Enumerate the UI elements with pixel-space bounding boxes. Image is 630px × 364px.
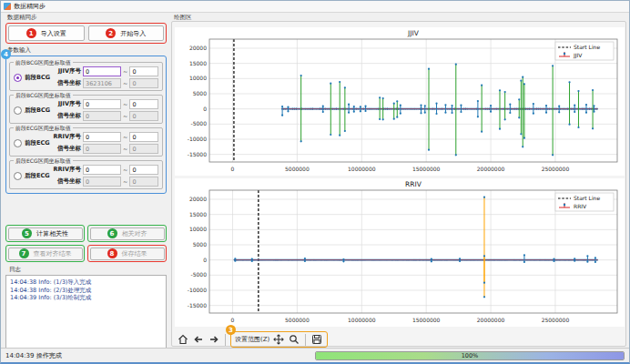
- calc-correlation-frame: 5 计算相关性: [5, 225, 85, 242]
- save-result-button[interactable]: 8 保存结果: [90, 248, 165, 260]
- front-ecg-rriv-to-input[interactable]: [129, 132, 158, 142]
- signal-coord-label: 信号坐标: [52, 79, 81, 87]
- svg-text:0: 0: [231, 166, 235, 172]
- rear-bcg-radio-label: 后段BCG: [25, 106, 50, 115]
- svg-text:10000: 10000: [189, 75, 207, 81]
- log-list[interactable]: 14:04:38 Info: (1/3)导入完成 14:04:38 Info: …: [5, 275, 167, 351]
- svg-text:20000000: 20000000: [477, 317, 505, 323]
- view-align-result-frame: 7 查看对齐结果: [5, 245, 85, 262]
- back-arrow-icon[interactable]: [192, 333, 205, 346]
- import-buttons-frame: 1 导入设置 2 开始导入: [5, 23, 167, 44]
- tilde: ~: [123, 80, 127, 87]
- log-section: 日志 14:04:38 Info: (1/3)导入完成 14:04:38 Inf…: [5, 266, 167, 351]
- plot-frame: 0500000010000000150000002000000025000000…: [171, 21, 626, 347]
- rear-bcg-radio[interactable]: [14, 106, 22, 115]
- step-badge-2: 2: [106, 28, 116, 38]
- front-bcg-coord-to-input: [129, 78, 158, 88]
- jjiv-index-label: JJIV序号: [52, 67, 81, 76]
- rear-bcg-group: 后段BCG区间坐标取值 后段BCG JJIV序号 ~: [9, 95, 163, 124]
- tilde: ~: [123, 101, 127, 108]
- svg-text:0: 0: [203, 257, 207, 263]
- front-ecg-coord-to-input: [129, 144, 158, 154]
- log-group-label: 日志: [5, 266, 167, 274]
- save-figure-icon[interactable]: [310, 333, 323, 346]
- import-settings-label: 导入设置: [41, 29, 66, 38]
- rear-bcg-jjiv-to-input[interactable]: [129, 99, 158, 109]
- step-badge-6: 6: [107, 228, 117, 238]
- svg-text:0: 0: [231, 317, 235, 323]
- sync-group-label: 数据精同步: [4, 14, 168, 22]
- svg-text:RRIV: RRIV: [574, 203, 587, 209]
- step-badge-3: 3: [226, 325, 236, 335]
- rear-ecg-rriv-to-input[interactable]: [129, 165, 158, 175]
- calc-correlation-button[interactable]: 5 计算相关性: [8, 228, 83, 240]
- pan-icon[interactable]: [272, 333, 285, 346]
- signal-coord-label: 信号坐标: [52, 145, 81, 153]
- log-entry: 14:04:38 Info: (1/3)导入完成: [10, 278, 162, 287]
- svg-text:15000000: 15000000: [412, 317, 441, 323]
- start-import-button[interactable]: 2 开始导入: [88, 25, 165, 41]
- tilde: ~: [123, 113, 127, 120]
- rriv-index-label: RRIV序号: [52, 133, 81, 141]
- svg-text:25000000: 25000000: [542, 317, 570, 323]
- forward-arrow-icon[interactable]: [208, 333, 220, 346]
- rear-bcg-coord-from-input: [83, 111, 121, 121]
- jjiv-chart-canvas[interactable]: 0500000010000000150000002000000025000000…: [175, 27, 625, 176]
- rear-bcg-jjiv-from-input[interactable]: [83, 99, 121, 109]
- svg-text:15000000: 15000000: [412, 166, 441, 172]
- front-ecg-radio-label: 前段ECG: [25, 139, 50, 147]
- tilde: ~: [123, 146, 127, 153]
- home-icon[interactable]: [177, 333, 189, 346]
- front-bcg-coord-from-input: [83, 78, 121, 88]
- correlation-align-frame: 6 相关对齐: [87, 225, 167, 242]
- toolbar-separator: [225, 334, 226, 346]
- jjiv-index-label: JJIV序号: [52, 100, 81, 108]
- set-range-group: 3 设置范围(Z): [230, 331, 328, 348]
- svg-text:10000000: 10000000: [348, 317, 376, 323]
- front-ecg-rriv-from-input[interactable]: [83, 132, 121, 142]
- status-message: 14:04:39 操作完成: [1, 351, 62, 360]
- svg-text:15000: 15000: [189, 211, 207, 217]
- set-range-label: 设置范围(Z): [235, 335, 269, 344]
- rriv-chart-canvas[interactable]: 0500000010000000150000002000000025000000…: [175, 178, 625, 327]
- calc-correlation-label: 计算相关性: [36, 229, 68, 238]
- svg-text:Start Line: Start Line: [574, 195, 600, 201]
- step-badge-8: 8: [107, 248, 117, 258]
- app-icon: [4, 3, 11, 10]
- svg-text:20000: 20000: [189, 45, 207, 51]
- step-badge-7: 7: [19, 248, 29, 258]
- save-result-label: 保存结果: [122, 249, 147, 258]
- svg-text:-15000: -15000: [188, 302, 207, 308]
- rear-bcg-coord-to-input: [129, 111, 158, 121]
- front-bcg-radio[interactable]: [14, 74, 22, 82]
- log-entry: 14:04:39 Info: (3/3)绘制完成: [10, 294, 162, 302]
- signal-coord-label: 信号坐标: [52, 177, 81, 186]
- svg-text:-5000: -5000: [191, 271, 208, 278]
- svg-text:25000000: 25000000: [542, 166, 570, 172]
- front-ecg-radio[interactable]: [14, 139, 22, 147]
- rear-ecg-radio-label: 后段ECG: [25, 172, 50, 180]
- rear-ecg-rriv-from-input[interactable]: [83, 165, 121, 175]
- svg-text:5000: 5000: [193, 241, 207, 248]
- svg-text:10000000: 10000000: [348, 166, 376, 172]
- correlation-align-button[interactable]: 6 相关对齐: [90, 228, 165, 240]
- svg-text:-10000: -10000: [188, 136, 207, 142]
- plot-panel: 绘图区 050000001000000015000000200000002500…: [171, 14, 626, 347]
- front-bcg-jjiv-from-input[interactable]: [83, 66, 121, 76]
- progress-text: 100%: [316, 352, 624, 359]
- svg-text:-5000: -5000: [191, 120, 208, 126]
- front-bcg-jjiv-to-input[interactable]: [129, 66, 158, 76]
- svg-text:JJIV: JJIV: [573, 52, 583, 59]
- log-entry: 14:04:38 Info: (2/3)处理完成: [10, 287, 162, 295]
- signal-coord-label: 信号坐标: [52, 112, 81, 120]
- rear-ecg-coord-to-input: [129, 177, 158, 187]
- rriv-index-label: RRIV序号: [52, 166, 81, 174]
- import-settings-button[interactable]: 1 导入设置: [8, 25, 85, 41]
- zoom-icon[interactable]: [288, 333, 300, 346]
- rear-ecg-group-label: 后段ECG区间坐标取值: [14, 157, 73, 164]
- rear-ecg-radio[interactable]: [14, 172, 22, 180]
- window-titlebar: 数据精同步: [1, 1, 629, 13]
- front-bcg-group-label: 前段BCG区间坐标取值: [14, 59, 73, 66]
- view-align-result-button[interactable]: 7 查看对齐结果: [8, 248, 83, 260]
- correlation-align-label: 相关对齐: [122, 229, 147, 238]
